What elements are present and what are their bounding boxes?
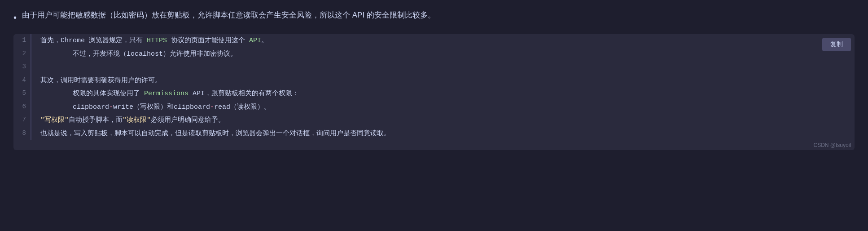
- line-number: 4: [13, 74, 31, 88]
- code-line: 2 不过，开发环境（localhost）允许使用非加密协议。: [13, 48, 855, 61]
- code-line: 8也就是说，写入剪贴板，脚本可以自动完成，但是读取剪贴板时，浏览器会弹出一个对话…: [13, 127, 855, 141]
- line-content: [31, 61, 855, 74]
- line-number: 1: [13, 34, 31, 48]
- code-line: 6 clipboard-write（写权限）和clipboard-read（读权…: [13, 101, 855, 114]
- line-number: 8: [13, 127, 31, 141]
- line-number: 2: [13, 48, 31, 61]
- line-content: "写权限"自动授予脚本，而"读权限"必须用户明确同意给予。: [31, 114, 855, 127]
- line-content: 权限的具体实现使用了 Permissions API，跟剪贴板相关的有两个权限：: [31, 87, 855, 101]
- code-line: 1首先，Chrome 浏览器规定，只有 HTTPS 协议的页面才能使用这个 AP…: [13, 34, 855, 48]
- line-content: clipboard-write（写权限）和clipboard-read（读权限）…: [31, 101, 855, 114]
- line-number: 5: [13, 87, 31, 101]
- code-line: 5 权限的具体实现使用了 Permissions API，跟剪贴板相关的有两个权…: [13, 87, 855, 101]
- bullet-dot: •: [13, 10, 17, 25]
- line-content: 首先，Chrome 浏览器规定，只有 HTTPS 协议的页面才能使用这个 API…: [31, 34, 855, 48]
- line-number: 3: [13, 61, 31, 74]
- watermark: CSDN @tsuyoil: [13, 140, 855, 150]
- line-number: 6: [13, 101, 31, 114]
- line-number: 7: [13, 114, 31, 127]
- line-content: 其次，调用时需要明确获得用户的许可。: [31, 74, 855, 88]
- code-line: 3: [13, 61, 855, 74]
- bullet-item: • 由于用户可能把敏感数据（比如密码）放在剪贴板，允许脚本任意读取会产生安全风险…: [13, 9, 855, 25]
- code-line: 4其次，调用时需要明确获得用户的许可。: [13, 74, 855, 88]
- bullet-text: 由于用户可能把敏感数据（比如密码）放在剪贴板，允许脚本任意读取会产生安全风险，所…: [22, 9, 435, 22]
- code-line: 7"写权限"自动授予脚本，而"读权限"必须用户明确同意给予。: [13, 114, 855, 127]
- line-content: 不过，开发环境（localhost）允许使用非加密协议。: [31, 48, 855, 61]
- copy-button[interactable]: 复制: [822, 38, 851, 51]
- line-content: 也就是说，写入剪贴板，脚本可以自动完成，但是读取剪贴板时，浏览器会弹出一个对话框…: [31, 127, 855, 141]
- code-table: 1首先，Chrome 浏览器规定，只有 HTTPS 协议的页面才能使用这个 AP…: [13, 34, 855, 140]
- code-block: 复制 1首先，Chrome 浏览器规定，只有 HTTPS 协议的页面才能使用这个…: [13, 34, 855, 150]
